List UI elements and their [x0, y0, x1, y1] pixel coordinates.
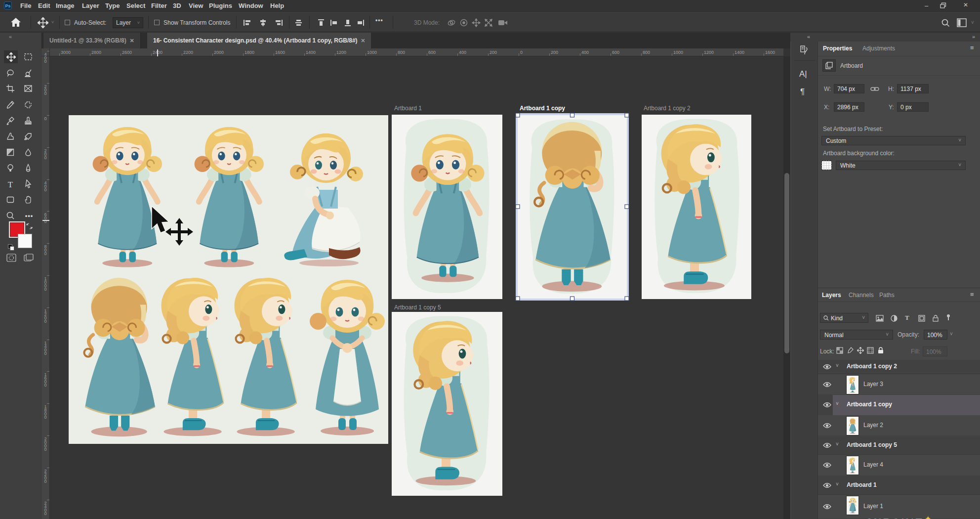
- svg-text:Artboard 1 copy: Artboard 1 copy: [520, 105, 565, 112]
- svg-text:Artboard 1: Artboard 1: [394, 105, 422, 112]
- svg-text:Artboard 1 copy 2: Artboard 1 copy 2: [644, 105, 691, 112]
- svg-text:Artboard 1 copy 5: Artboard 1 copy 5: [394, 304, 441, 311]
